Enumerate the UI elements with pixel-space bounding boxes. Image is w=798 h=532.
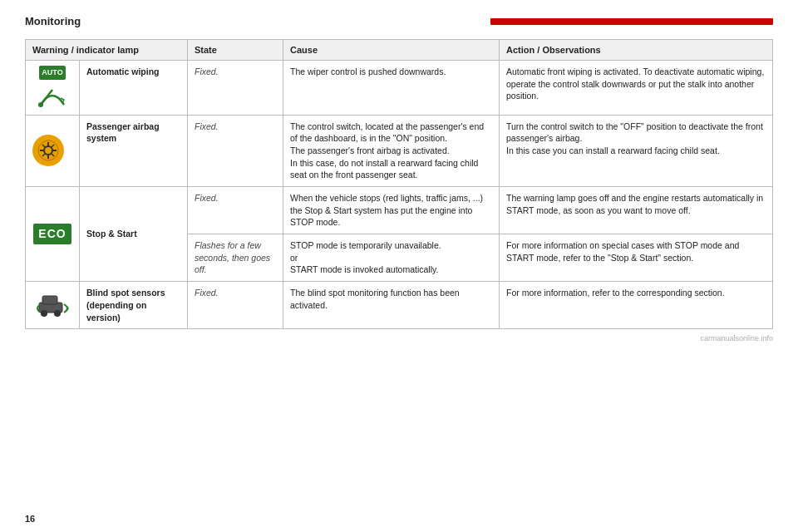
action-airbag: Turn the control switch to the "OFF" pos…: [500, 115, 773, 186]
state-airbag: Fixed.: [188, 115, 283, 186]
page-number: 16: [25, 514, 35, 524]
state-eco-2: Flashes for a few seconds, then goes off…: [188, 234, 283, 282]
icon-cell-blind: [26, 282, 80, 329]
cause-airbag: The control switch, located at the passe…: [283, 115, 500, 186]
svg-point-15: [54, 310, 61, 317]
col-warning: Warning / indicator lamp: [26, 40, 188, 61]
icon-cell-wiping: AUTO: [26, 61, 80, 116]
action-blind: For more information, refer to the corre…: [500, 282, 773, 329]
state-eco-1: Fixed.: [188, 187, 283, 234]
eco-icon: ECO: [33, 224, 71, 245]
cause-eco-1: When the vehicle stops (red lights, traf…: [283, 187, 500, 234]
table-row: ECO Stop & Start Fixed. When the vehicle…: [26, 187, 773, 234]
name-cell-wiping: Automatic wiping: [80, 61, 188, 116]
svg-point-14: [41, 310, 47, 317]
action-eco-2: For more information on special cases wi…: [500, 234, 773, 282]
col-cause: Cause: [283, 40, 500, 61]
blind-spot-icon: [32, 288, 72, 319]
page-title: Monitoring: [25, 15, 490, 27]
auto-label: AUTO: [39, 66, 65, 80]
name-cell-blind: Blind spot sensors (depending on version…: [80, 282, 188, 329]
action-wiping: Automatic front wiping is activated. To …: [500, 61, 773, 116]
cause-eco-2: STOP mode is temporarily unavailable.orS…: [283, 234, 500, 282]
monitoring-table: Warning / indicator lamp State Cause Act…: [25, 39, 773, 329]
action-eco-1: The warning lamp goes off and the engine…: [500, 187, 773, 234]
wiping-icon: [37, 83, 67, 110]
svg-rect-13: [42, 296, 57, 304]
cause-blind: The blind spot monitoring function has b…: [283, 282, 500, 329]
svg-point-1: [38, 102, 43, 107]
name-cell-eco: Stop & Start: [80, 187, 188, 282]
col-state: State: [188, 40, 283, 61]
name-cell-airbag: Passenger airbag system: [80, 115, 188, 186]
icon-cell-airbag: [26, 115, 80, 186]
table-row: AUTO Automatic wiping Fixed. The wiper c…: [26, 61, 773, 116]
table-row: Blind spot sensors (depending on version…: [26, 282, 773, 329]
airbag-svg: [37, 139, 60, 162]
state-blind: Fixed.: [188, 282, 283, 329]
cause-wiping: The wiper control is pushed downwards.: [283, 61, 500, 116]
airbag-icon: [32, 135, 64, 166]
header-bar: [490, 18, 773, 25]
table-row: Passenger airbag system Fixed. The contr…: [26, 115, 773, 186]
icon-cell-eco: ECO: [26, 187, 80, 282]
page-header: Monitoring: [25, 15, 773, 27]
svg-line-0: [41, 90, 52, 105]
state-wiping: Fixed.: [188, 61, 283, 116]
col-action: Action / Observations: [500, 40, 773, 61]
watermark: carmanualsonline.info: [25, 334, 773, 342]
